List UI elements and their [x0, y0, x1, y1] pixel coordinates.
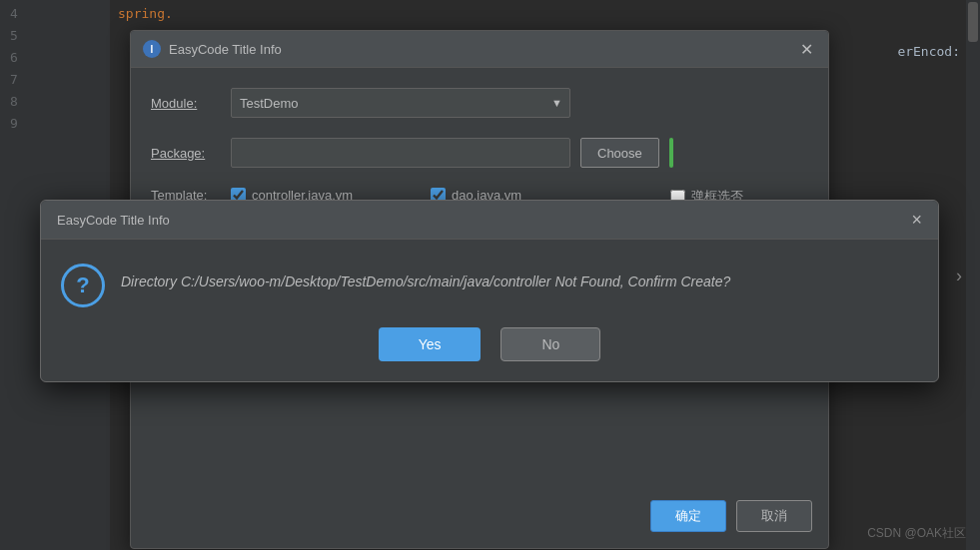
question-icon: ? — [61, 264, 105, 307]
confirm-title: EasyCode Title Info — [57, 213, 170, 228]
line-9: 9 — [0, 112, 110, 134]
bg-dialog-close-button[interactable]: ✕ — [796, 39, 816, 59]
confirm-titlebar: EasyCode Title Info × — [41, 201, 938, 240]
choose-button[interactable]: Choose — [580, 138, 659, 168]
module-select[interactable]: TestDemo — [231, 88, 570, 118]
confirm-button[interactable]: 确定 — [650, 500, 726, 532]
package-label: Package: — [151, 146, 231, 161]
line-5: 5 — [0, 24, 110, 46]
confirm-message: Directory C:/Users/woo-m/Desktop/TestDem… — [121, 264, 730, 292]
line-8: 8 — [0, 90, 110, 112]
line-7: 7 — [0, 68, 110, 90]
module-select-wrapper[interactable]: TestDemo ▼ — [231, 88, 570, 118]
cancel-button[interactable]: 取消 — [736, 500, 812, 532]
code-spring: spring. — [118, 6, 173, 21]
line-4: 4 — [0, 2, 110, 24]
right-code-snippet: erEncod: — [897, 44, 960, 66]
confirm-close-button[interactable]: × — [911, 211, 922, 229]
bg-dialog-titlebar: I EasyCode Title Info ✕ — [131, 31, 828, 68]
right-line-1: erEncod: — [897, 44, 960, 66]
scrollbar-thumb — [968, 2, 978, 42]
confirm-dialog: EasyCode Title Info × ? Directory C:/Use… — [40, 200, 939, 382]
no-button[interactable]: No — [500, 327, 600, 361]
easycode-icon: I — [143, 40, 161, 58]
confirm-buttons-row: Yes No — [41, 327, 938, 361]
status-indicator — [669, 138, 673, 168]
csdn-watermark: CSDN @OAK社区 — [867, 525, 966, 542]
bg-dialog-title: EasyCode Title Info — [169, 42, 796, 57]
module-label: Module: — [151, 96, 231, 111]
yes-button[interactable]: Yes — [379, 327, 482, 361]
package-row: Package: Choose — [151, 138, 808, 168]
bg-dialog-footer: 确定 取消 — [650, 500, 812, 532]
confirm-body: ? Directory C:/Users/woo-m/Desktop/TestD… — [41, 240, 938, 327]
line-6: 6 — [0, 46, 110, 68]
code-line-4: spring. — [110, 2, 980, 24]
module-row: Module: TestDemo ▼ — [151, 88, 808, 118]
expand-right-icon[interactable]: › — [956, 265, 962, 285]
package-input[interactable] — [231, 138, 570, 168]
right-scrollbar[interactable] — [966, 0, 980, 550]
